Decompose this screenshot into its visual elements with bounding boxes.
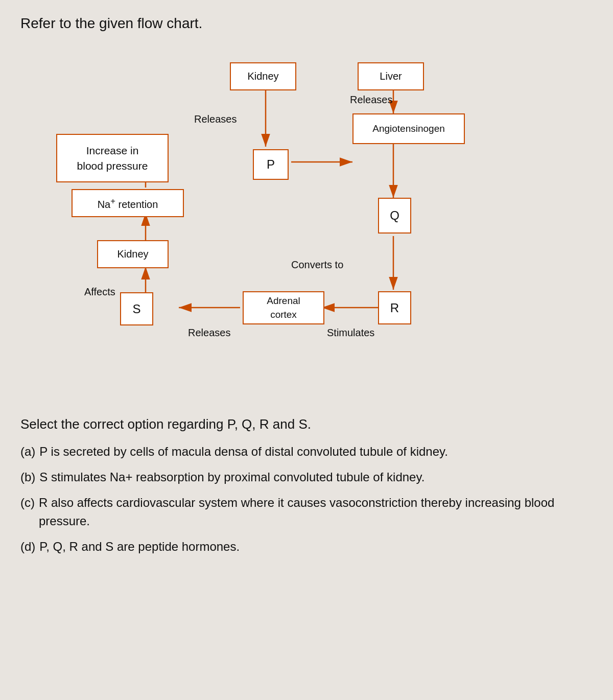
option-a: (a) P is secreted by cells of macula den… xyxy=(20,442,593,461)
flowchart: Kidney Liver Releases Releases Angiotens… xyxy=(20,47,593,394)
option-b-label: (b) xyxy=(20,468,35,486)
angiotensinogen-box: Angiotensinogen xyxy=(352,113,465,144)
s-box: S xyxy=(120,292,153,325)
options-list: (a) P is secreted by cells of macula den… xyxy=(20,442,593,556)
option-b-text: S stimulates Na+ reabsorption by proxima… xyxy=(39,468,425,486)
option-c: (c) R also affects cardiovascular system… xyxy=(20,494,593,530)
na-retention-box: Na+ retention xyxy=(72,189,184,217)
q-box: Q xyxy=(378,198,411,234)
adrenal-cortex-box: Adrenal cortex xyxy=(243,291,324,324)
releases-top-label: Releases xyxy=(194,113,237,125)
releases-liver-label: Releases xyxy=(350,94,392,106)
releases-bottom-label: Releases xyxy=(188,327,230,339)
kidney-top-box: Kidney xyxy=(230,62,296,90)
stimulates-label: Stimulates xyxy=(327,327,374,339)
increase-bp-box: Increase in blood pressure xyxy=(56,134,169,182)
r-box: R xyxy=(378,291,411,324)
option-a-text: P is secreted by cells of macula densa o… xyxy=(39,442,448,461)
option-d-text: P, Q, R and S are peptide hormones. xyxy=(39,538,240,556)
option-c-text: R also affects cardiovascular system whe… xyxy=(39,494,593,530)
converts-to-label: Converts to xyxy=(291,259,343,271)
kidney-mid-box: Kidney xyxy=(97,240,169,268)
liver-box: Liver xyxy=(358,62,424,90)
option-d-label: (d) xyxy=(20,538,35,556)
arrow-layer xyxy=(20,47,593,394)
affects-label: Affects xyxy=(84,286,115,298)
option-b: (b) S stimulates Na+ reabsorption by pro… xyxy=(20,468,593,486)
question-text: Select the correct option regarding P, Q… xyxy=(20,415,593,433)
option-d: (d) P, Q, R and S are peptide hormones. xyxy=(20,538,593,556)
option-c-label: (c) xyxy=(20,494,35,512)
option-a-label: (a) xyxy=(20,442,35,461)
p-box: P xyxy=(253,149,289,180)
intro-text: Refer to the given flow chart. xyxy=(20,15,593,32)
